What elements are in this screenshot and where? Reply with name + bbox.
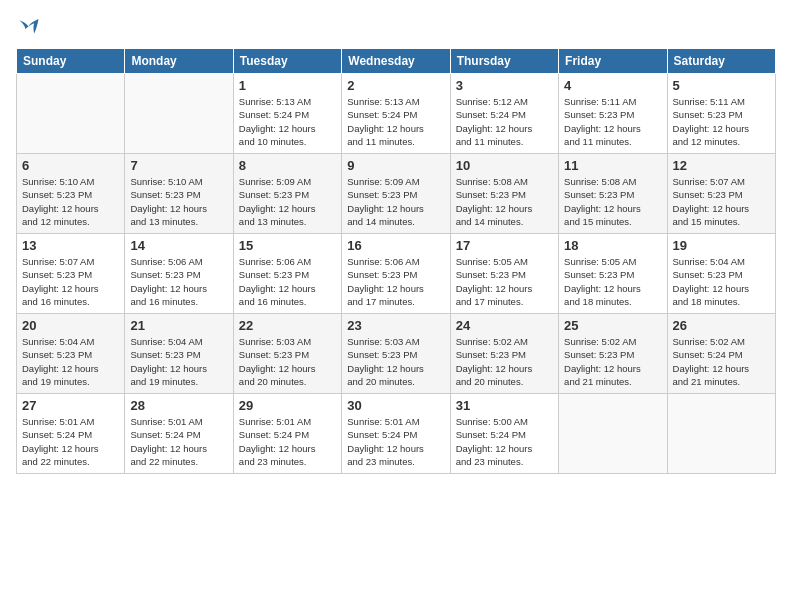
day-number: 9 (347, 158, 444, 173)
day-number: 11 (564, 158, 661, 173)
day-number: 31 (456, 398, 553, 413)
calendar-cell (667, 394, 775, 474)
day-number: 25 (564, 318, 661, 333)
day-number: 28 (130, 398, 227, 413)
day-number: 16 (347, 238, 444, 253)
calendar-cell: 6Sunrise: 5:10 AM Sunset: 5:23 PM Daylig… (17, 154, 125, 234)
calendar-cell: 19Sunrise: 5:04 AM Sunset: 5:23 PM Dayli… (667, 234, 775, 314)
day-info: Sunrise: 5:02 AM Sunset: 5:23 PM Dayligh… (456, 335, 553, 388)
day-info: Sunrise: 5:03 AM Sunset: 5:23 PM Dayligh… (239, 335, 336, 388)
calendar-header-sunday: Sunday (17, 49, 125, 74)
calendar-header-thursday: Thursday (450, 49, 558, 74)
day-number: 23 (347, 318, 444, 333)
calendar-cell: 21Sunrise: 5:04 AM Sunset: 5:23 PM Dayli… (125, 314, 233, 394)
logo-bird-icon (18, 16, 40, 38)
calendar-cell: 20Sunrise: 5:04 AM Sunset: 5:23 PM Dayli… (17, 314, 125, 394)
day-info: Sunrise: 5:09 AM Sunset: 5:23 PM Dayligh… (347, 175, 444, 228)
page-header (16, 16, 776, 38)
day-info: Sunrise: 5:10 AM Sunset: 5:23 PM Dayligh… (130, 175, 227, 228)
day-info: Sunrise: 5:08 AM Sunset: 5:23 PM Dayligh… (456, 175, 553, 228)
calendar-cell: 15Sunrise: 5:06 AM Sunset: 5:23 PM Dayli… (233, 234, 341, 314)
day-number: 21 (130, 318, 227, 333)
day-number: 13 (22, 238, 119, 253)
day-number: 8 (239, 158, 336, 173)
calendar-cell: 4Sunrise: 5:11 AM Sunset: 5:23 PM Daylig… (559, 74, 667, 154)
day-info: Sunrise: 5:05 AM Sunset: 5:23 PM Dayligh… (564, 255, 661, 308)
calendar-cell: 7Sunrise: 5:10 AM Sunset: 5:23 PM Daylig… (125, 154, 233, 234)
day-number: 18 (564, 238, 661, 253)
calendar-cell: 27Sunrise: 5:01 AM Sunset: 5:24 PM Dayli… (17, 394, 125, 474)
calendar-cell: 25Sunrise: 5:02 AM Sunset: 5:23 PM Dayli… (559, 314, 667, 394)
calendar-cell: 2Sunrise: 5:13 AM Sunset: 5:24 PM Daylig… (342, 74, 450, 154)
calendar-week-row: 20Sunrise: 5:04 AM Sunset: 5:23 PM Dayli… (17, 314, 776, 394)
day-number: 26 (673, 318, 770, 333)
day-number: 5 (673, 78, 770, 93)
day-number: 22 (239, 318, 336, 333)
calendar-cell: 8Sunrise: 5:09 AM Sunset: 5:23 PM Daylig… (233, 154, 341, 234)
day-info: Sunrise: 5:02 AM Sunset: 5:24 PM Dayligh… (673, 335, 770, 388)
day-info: Sunrise: 5:04 AM Sunset: 5:23 PM Dayligh… (673, 255, 770, 308)
day-info: Sunrise: 5:11 AM Sunset: 5:23 PM Dayligh… (564, 95, 661, 148)
day-info: Sunrise: 5:07 AM Sunset: 5:23 PM Dayligh… (673, 175, 770, 228)
day-number: 15 (239, 238, 336, 253)
calendar-cell: 11Sunrise: 5:08 AM Sunset: 5:23 PM Dayli… (559, 154, 667, 234)
day-info: Sunrise: 5:13 AM Sunset: 5:24 PM Dayligh… (239, 95, 336, 148)
calendar-header-tuesday: Tuesday (233, 49, 341, 74)
calendar-week-row: 6Sunrise: 5:10 AM Sunset: 5:23 PM Daylig… (17, 154, 776, 234)
calendar-cell: 1Sunrise: 5:13 AM Sunset: 5:24 PM Daylig… (233, 74, 341, 154)
calendar-cell: 22Sunrise: 5:03 AM Sunset: 5:23 PM Dayli… (233, 314, 341, 394)
day-number: 6 (22, 158, 119, 173)
day-info: Sunrise: 5:04 AM Sunset: 5:23 PM Dayligh… (130, 335, 227, 388)
day-number: 12 (673, 158, 770, 173)
day-info: Sunrise: 5:08 AM Sunset: 5:23 PM Dayligh… (564, 175, 661, 228)
calendar-cell: 17Sunrise: 5:05 AM Sunset: 5:23 PM Dayli… (450, 234, 558, 314)
day-info: Sunrise: 5:10 AM Sunset: 5:23 PM Dayligh… (22, 175, 119, 228)
day-number: 24 (456, 318, 553, 333)
day-info: Sunrise: 5:03 AM Sunset: 5:23 PM Dayligh… (347, 335, 444, 388)
calendar-week-row: 27Sunrise: 5:01 AM Sunset: 5:24 PM Dayli… (17, 394, 776, 474)
day-info: Sunrise: 5:01 AM Sunset: 5:24 PM Dayligh… (347, 415, 444, 468)
calendar-cell: 18Sunrise: 5:05 AM Sunset: 5:23 PM Dayli… (559, 234, 667, 314)
calendar-week-row: 13Sunrise: 5:07 AM Sunset: 5:23 PM Dayli… (17, 234, 776, 314)
calendar-cell: 29Sunrise: 5:01 AM Sunset: 5:24 PM Dayli… (233, 394, 341, 474)
day-info: Sunrise: 5:01 AM Sunset: 5:24 PM Dayligh… (22, 415, 119, 468)
day-info: Sunrise: 5:02 AM Sunset: 5:23 PM Dayligh… (564, 335, 661, 388)
day-number: 3 (456, 78, 553, 93)
day-number: 1 (239, 78, 336, 93)
calendar-cell (17, 74, 125, 154)
calendar-header-friday: Friday (559, 49, 667, 74)
day-info: Sunrise: 5:06 AM Sunset: 5:23 PM Dayligh… (239, 255, 336, 308)
calendar-cell: 23Sunrise: 5:03 AM Sunset: 5:23 PM Dayli… (342, 314, 450, 394)
calendar-cell: 30Sunrise: 5:01 AM Sunset: 5:24 PM Dayli… (342, 394, 450, 474)
calendar-cell: 31Sunrise: 5:00 AM Sunset: 5:24 PM Dayli… (450, 394, 558, 474)
day-info: Sunrise: 5:01 AM Sunset: 5:24 PM Dayligh… (239, 415, 336, 468)
calendar-cell: 26Sunrise: 5:02 AM Sunset: 5:24 PM Dayli… (667, 314, 775, 394)
calendar-cell (559, 394, 667, 474)
day-info: Sunrise: 5:04 AM Sunset: 5:23 PM Dayligh… (22, 335, 119, 388)
calendar-cell: 28Sunrise: 5:01 AM Sunset: 5:24 PM Dayli… (125, 394, 233, 474)
calendar-table: SundayMondayTuesdayWednesdayThursdayFrid… (16, 48, 776, 474)
calendar-cell: 24Sunrise: 5:02 AM Sunset: 5:23 PM Dayli… (450, 314, 558, 394)
logo (16, 16, 40, 38)
day-number: 17 (456, 238, 553, 253)
calendar-header-saturday: Saturday (667, 49, 775, 74)
day-info: Sunrise: 5:09 AM Sunset: 5:23 PM Dayligh… (239, 175, 336, 228)
calendar-header-monday: Monday (125, 49, 233, 74)
calendar-header-wednesday: Wednesday (342, 49, 450, 74)
day-number: 7 (130, 158, 227, 173)
calendar-cell: 10Sunrise: 5:08 AM Sunset: 5:23 PM Dayli… (450, 154, 558, 234)
day-number: 10 (456, 158, 553, 173)
calendar-body: 1Sunrise: 5:13 AM Sunset: 5:24 PM Daylig… (17, 74, 776, 474)
calendar-week-row: 1Sunrise: 5:13 AM Sunset: 5:24 PM Daylig… (17, 74, 776, 154)
day-info: Sunrise: 5:05 AM Sunset: 5:23 PM Dayligh… (456, 255, 553, 308)
day-info: Sunrise: 5:12 AM Sunset: 5:24 PM Dayligh… (456, 95, 553, 148)
calendar-cell: 9Sunrise: 5:09 AM Sunset: 5:23 PM Daylig… (342, 154, 450, 234)
day-info: Sunrise: 5:11 AM Sunset: 5:23 PM Dayligh… (673, 95, 770, 148)
day-info: Sunrise: 5:00 AM Sunset: 5:24 PM Dayligh… (456, 415, 553, 468)
day-number: 19 (673, 238, 770, 253)
calendar-cell: 14Sunrise: 5:06 AM Sunset: 5:23 PM Dayli… (125, 234, 233, 314)
calendar-cell: 16Sunrise: 5:06 AM Sunset: 5:23 PM Dayli… (342, 234, 450, 314)
calendar-cell: 3Sunrise: 5:12 AM Sunset: 5:24 PM Daylig… (450, 74, 558, 154)
calendar-cell (125, 74, 233, 154)
day-number: 29 (239, 398, 336, 413)
